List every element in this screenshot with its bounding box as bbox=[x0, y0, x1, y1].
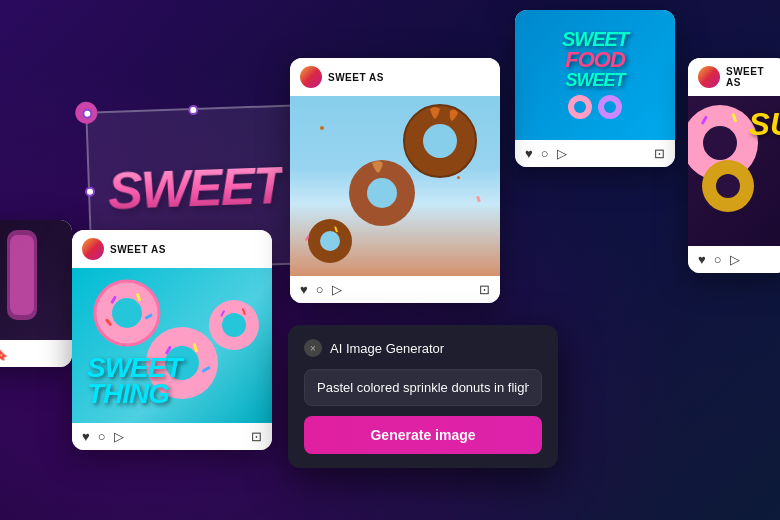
card-far-left: 🔖 bbox=[0, 220, 72, 367]
bookmark-icon-card2[interactable]: ⊡ bbox=[479, 282, 490, 297]
card-3-image: SWEET FOOD SWEET bbox=[515, 10, 675, 140]
card-4-avatar bbox=[698, 66, 720, 88]
sweet-text-logo: SWEET bbox=[107, 159, 284, 217]
share-icon-card2[interactable]: ▷ bbox=[332, 282, 342, 297]
card-text-art: SWEET FOOD SWEET ♥ ○ ▷ ⊡ bbox=[515, 10, 675, 167]
svg-point-30 bbox=[604, 101, 616, 113]
comment-icon-card4[interactable]: ○ bbox=[714, 252, 722, 267]
ai-prompt-input[interactable] bbox=[304, 369, 542, 406]
heart-icon-card3[interactable]: ♥ bbox=[525, 146, 533, 161]
card-4-actions[interactable]: ♥ ○ ▷ bbox=[688, 246, 780, 273]
card-2-header: SWEET AS bbox=[290, 58, 500, 96]
ai-image-generator-modal: × AI Image Generator Generate image bbox=[288, 325, 558, 468]
svg-point-24 bbox=[320, 231, 340, 251]
comment-icon-card1[interactable]: ○ bbox=[98, 429, 106, 444]
card-3-actions[interactable]: ♥ ○ ▷ ⊡ bbox=[515, 140, 675, 167]
heart-icon-card1[interactable]: ♥ bbox=[82, 429, 90, 444]
card-4-header: SWEET AS bbox=[688, 58, 780, 96]
sweet-thing-overlay: SWEETTHING bbox=[87, 355, 182, 408]
share-icon-card4[interactable]: ▷ bbox=[730, 252, 740, 267]
svg-point-28 bbox=[574, 101, 586, 113]
card-4-image: SU bbox=[688, 96, 780, 246]
svg-point-22 bbox=[367, 178, 397, 208]
comment-icon-card3[interactable]: ○ bbox=[541, 146, 549, 161]
selection-handle-tm[interactable] bbox=[188, 105, 198, 115]
card-1-header: SWEET AS bbox=[72, 230, 272, 268]
share-icon-card3[interactable]: ▷ bbox=[557, 146, 567, 161]
heart-icon-card2[interactable]: ♥ bbox=[300, 282, 308, 297]
svg-point-32 bbox=[703, 126, 737, 160]
card-2-image bbox=[290, 96, 500, 276]
card-2-actions[interactable]: ♥ ○ ▷ ⊡ bbox=[290, 276, 500, 303]
card-far-left-image bbox=[0, 220, 72, 340]
bookmark-icon-far-left[interactable]: 🔖 bbox=[0, 346, 8, 361]
svg-point-15 bbox=[222, 313, 246, 337]
comment-icon-card2[interactable]: ○ bbox=[316, 282, 324, 297]
card-4-username: SWEET AS bbox=[726, 66, 778, 88]
heart-icon-card4[interactable]: ♥ bbox=[698, 252, 706, 267]
svg-point-19 bbox=[423, 124, 457, 158]
modal-title: AI Image Generator bbox=[330, 341, 444, 356]
share-icon-card1[interactable]: ▷ bbox=[114, 429, 124, 444]
generate-image-button[interactable]: Generate image bbox=[304, 416, 542, 454]
selection-handle-ml[interactable] bbox=[85, 187, 95, 197]
card-1-image: SWEETTHING bbox=[72, 268, 272, 423]
card-right-partial: SWEET AS SU ♥ ○ ▷ bbox=[688, 58, 780, 273]
svg-rect-1 bbox=[10, 235, 34, 315]
card-2-username: SWEET AS bbox=[328, 72, 384, 83]
svg-point-3 bbox=[112, 298, 142, 328]
card-far-left-actions: 🔖 bbox=[0, 340, 72, 367]
card-2-avatar bbox=[300, 66, 322, 88]
card-1-avatar bbox=[82, 238, 104, 260]
bookmark-icon-card1[interactable]: ⊡ bbox=[251, 429, 262, 444]
svg-point-36 bbox=[716, 174, 740, 198]
modal-header: × AI Image Generator bbox=[304, 339, 542, 357]
modal-close-button[interactable]: × bbox=[304, 339, 322, 357]
card-1-username: SWEET AS bbox=[110, 244, 166, 255]
bookmark-icon-card3[interactable]: ⊡ bbox=[654, 146, 665, 161]
modal-close-icon: × bbox=[310, 343, 316, 354]
card-pink-donuts: SWEET AS SWEET bbox=[72, 230, 272, 450]
card-1-actions[interactable]: ♥ ○ ▷ ⊡ bbox=[72, 423, 272, 450]
sweet-food-text-overlay: SWEET FOOD SWEET bbox=[515, 10, 675, 140]
card-flying-donuts: SWEET AS ♥ bbox=[290, 58, 500, 303]
